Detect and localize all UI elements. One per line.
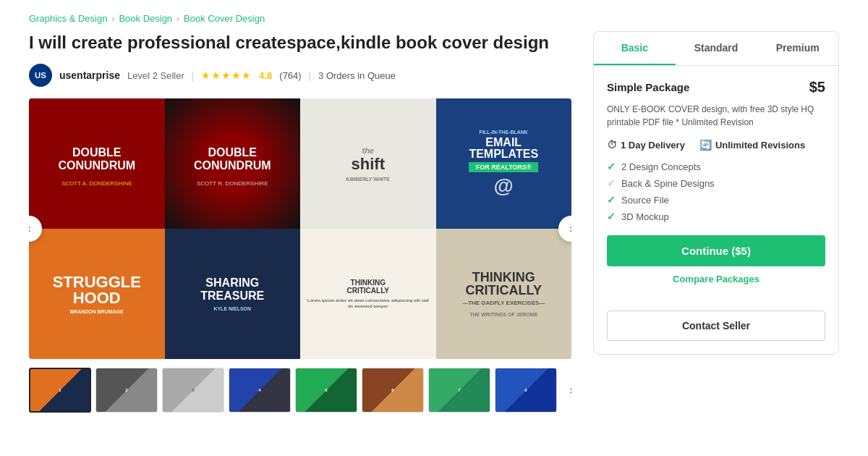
avatar: US — [29, 64, 52, 87]
star-icons: ★★★★★ — [201, 69, 252, 81]
rating-value: 4.8 — [259, 70, 272, 81]
check-icon-4: ✓ — [607, 211, 616, 222]
thumbnail-5[interactable]: 5 — [295, 368, 357, 413]
compare-packages-link[interactable]: Compare Packages — [607, 274, 825, 284]
package-tabs: Basic Standard Premium — [594, 32, 838, 66]
package-price: $5 — [809, 79, 825, 96]
feature-label-1: 2 Design Concepts — [621, 161, 701, 172]
main-image-container: DOUBLECONUNDRUM SCOTT A. DONDERSHINE DOU… — [29, 98, 571, 359]
thumbnail-6[interactable]: 6 — [362, 368, 424, 413]
svg-text:US: US — [35, 72, 46, 80]
thumbnail-8[interactable]: 8 — [495, 368, 557, 413]
thumbnail-1[interactable]: 1 — [29, 368, 91, 413]
review-count: (764) — [279, 70, 301, 81]
thumbnail-3[interactable]: 3 — [162, 368, 224, 413]
package-name: Simple Package — [607, 81, 689, 93]
thumbnail-4[interactable]: 4 — [229, 368, 291, 413]
breadcrumb-sep-2: › — [176, 14, 179, 24]
book-cover-4: FILL-IN-THE-BLANK EMAILTEMPLATES FOR REA… — [436, 98, 572, 229]
tab-standard[interactable]: Standard — [676, 32, 757, 65]
breadcrumb-graphics-design[interactable]: Graphics & Design — [29, 13, 107, 24]
book-cover-7: THINKINGCRITICALLY Lorem ipsum dolor sit… — [300, 229, 436, 359]
package-content: Simple Package $5 ONLY E-BOOK COVER desi… — [594, 66, 838, 311]
book-cover-2: DOUBLECONUNDRUM SCOTT R. DONDERSHIRE — [165, 98, 301, 229]
breadcrumb-book-design[interactable]: Book Design — [119, 13, 172, 24]
revisions-label: Unlimited Revisions — [715, 140, 805, 151]
book-cover-1: DOUBLECONUNDRUM SCOTT A. DONDERSHINE — [29, 98, 165, 229]
feature-label-4: 3D Mockup — [621, 211, 669, 222]
seller-name[interactable]: usentarprise — [59, 69, 120, 81]
feature-label-2: Back & Spine Designs — [621, 178, 715, 189]
book-cover-8: THINKINGCRITICALLY —THE GADFLY EXERCISES… — [436, 229, 572, 359]
delivery-days-label: 1 Day Delivery — [621, 140, 685, 151]
breadcrumb-book-cover-design[interactable]: Book Cover Design — [184, 13, 265, 24]
delivery-row: ⏱ 1 Day Delivery 🔄 Unlimited Revisions — [607, 139, 825, 151]
check-icon-3: ✓ — [607, 194, 616, 206]
revisions-icon: 🔄 — [699, 139, 712, 151]
features-list: ✓ 2 Design Concepts ✓ Back & Spine Desig… — [607, 161, 825, 222]
seller-level: Level 2 Seller — [127, 70, 184, 81]
thumbnail-strip: 1 2 3 4 5 6 7 8 › — [29, 368, 571, 413]
book-mosaic: DOUBLECONUNDRUM SCOTT A. DONDERSHINE DOU… — [29, 98, 571, 359]
feature-3d-mockup: ✓ 3D Mockup — [607, 211, 825, 222]
tab-premium[interactable]: Premium — [757, 32, 838, 65]
breadcrumb: Graphics & Design › Book Design › Book C… — [0, 0, 868, 31]
package-panel: Basic Standard Premium Simple Package $5… — [593, 31, 839, 355]
feature-back-spine: ✓ Back & Spine Designs — [607, 177, 825, 189]
thumbnail-7[interactable]: 7 — [428, 368, 490, 413]
continue-button[interactable]: Continue ($5) — [607, 235, 825, 266]
delivery-days: ⏱ 1 Day Delivery — [607, 139, 685, 151]
contact-seller-button[interactable]: Contact Seller — [607, 311, 825, 341]
feature-label-3: Source File — [621, 195, 669, 206]
seller-info: US usentarprise Level 2 Seller | ★★★★★ 4… — [29, 64, 571, 87]
package-header: Simple Package $5 — [607, 79, 825, 96]
gig-title: I will create professional createspace,k… — [29, 31, 571, 54]
clock-icon: ⏱ — [607, 139, 617, 151]
check-icon-1: ✓ — [607, 161, 616, 172]
left-section: I will create professional createspace,k… — [29, 31, 571, 413]
book-cover-5: STRUGGLEHOOD BRANDON BRUMAGE — [29, 229, 165, 359]
tab-basic[interactable]: Basic — [594, 32, 676, 65]
feature-design-concepts: ✓ 2 Design Concepts — [607, 161, 825, 172]
book-cover-3: the shift KIMBERLY WHITE — [300, 98, 436, 229]
thumbnail-next-arrow[interactable]: › — [561, 368, 571, 413]
book-cover-6: SHARINGTREASURE KYLE NIELSON — [165, 229, 301, 359]
delivery-revisions: 🔄 Unlimited Revisions — [699, 139, 805, 151]
thumbnail-2[interactable]: 2 — [95, 368, 158, 413]
breadcrumb-sep-1: › — [111, 14, 114, 24]
feature-source-file: ✓ Source File — [607, 194, 825, 206]
check-icon-2: ✓ — [607, 177, 616, 189]
package-description: ONLY E-BOOK COVER design, with free 3D s… — [607, 103, 825, 129]
orders-queue: 3 Orders in Queue — [318, 70, 396, 81]
